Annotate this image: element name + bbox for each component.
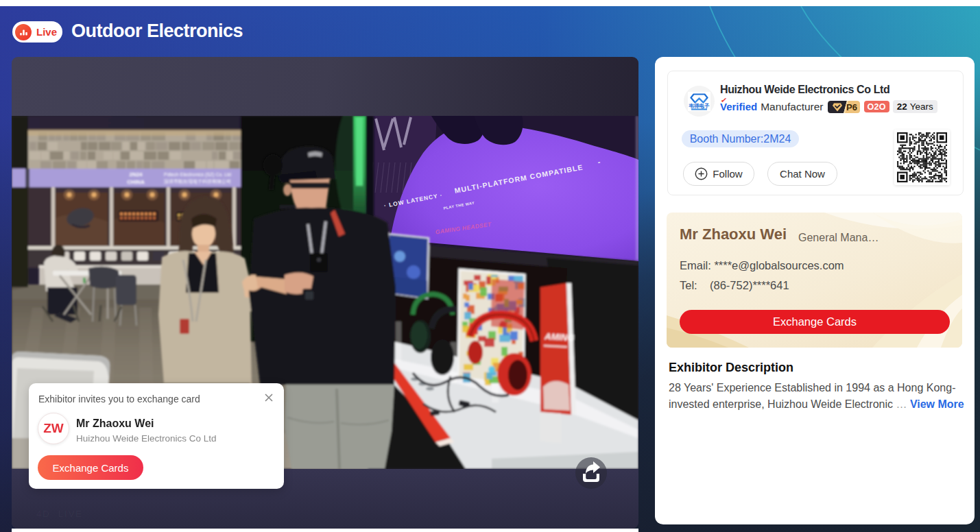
svg-text:深圳市凯欣瑞電子科技有限公司: 深圳市凯欣瑞電子科技有限公司 bbox=[164, 178, 231, 184]
svg-text:Pdtech Electronics (SZ) Co. Lt: Pdtech Electronics (SZ) Co. Ltd bbox=[164, 172, 231, 178]
svg-text:2N24: 2N24 bbox=[129, 171, 143, 178]
svg-text:AMING: AMING bbox=[544, 331, 575, 343]
svg-text:韦得电子: 韦得电子 bbox=[689, 103, 710, 109]
svg-text:P6: P6 bbox=[846, 102, 857, 112]
svg-text:CHINA: CHINA bbox=[127, 179, 145, 185]
